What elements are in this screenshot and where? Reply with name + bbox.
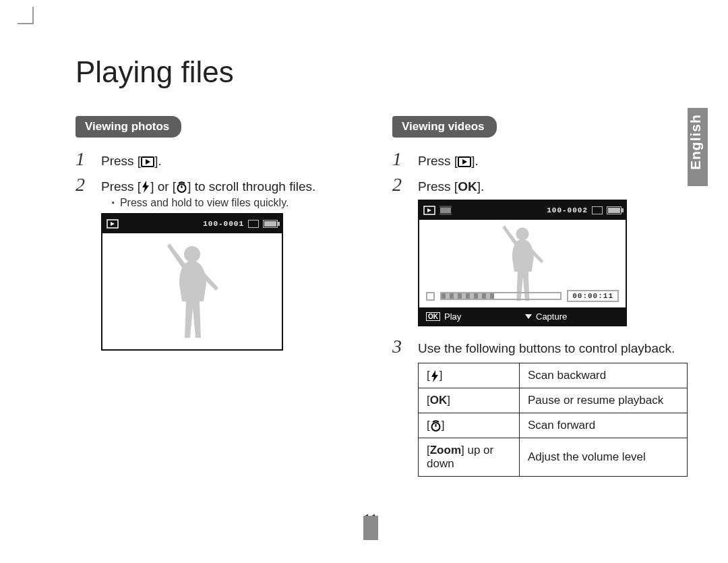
- svg-marker-11: [427, 208, 431, 212]
- step-1: 1 Press [].: [392, 148, 682, 170]
- svg-rect-14: [439, 213, 452, 215]
- svg-marker-6: [111, 222, 115, 226]
- ok-label: OK: [458, 179, 477, 194]
- ok-icon: OK: [426, 312, 440, 321]
- step-number: 1: [392, 148, 410, 170]
- stop-icon: [426, 292, 435, 301]
- timer-icon: [430, 420, 442, 432]
- card-icon: [248, 220, 259, 228]
- table-row: [Zoom] up or down Adjust the volume leve…: [419, 438, 688, 477]
- svg-marker-16: [431, 370, 438, 382]
- svg-marker-2: [142, 181, 149, 193]
- file-number: 100-0002: [547, 206, 588, 214]
- controls-table: [] Scan backward [OK] Pause or resume pl…: [418, 363, 688, 477]
- control-description: Adjust the volume level: [520, 438, 688, 477]
- battery-icon: [263, 220, 278, 228]
- section-heading: Viewing photos: [75, 116, 181, 138]
- movie-icon: [439, 206, 452, 215]
- control-description: Scan forward: [520, 413, 688, 438]
- playback-icon: [423, 206, 435, 215]
- crop-mark: [18, 23, 34, 24]
- table-row: [] Scan forward: [419, 413, 688, 438]
- file-number: 100-0001: [203, 220, 244, 228]
- lcd-photo-preview: 100-0001: [101, 213, 283, 351]
- section-viewing-videos: Viewing videos 1 Press []. 2 Press [OK].: [392, 116, 682, 477]
- control-description: Pause or resume playback: [520, 388, 688, 413]
- step-number: 1: [75, 148, 93, 170]
- elapsed-time: 00:00:11: [567, 290, 619, 302]
- step-number: 3: [392, 336, 410, 357]
- lcd-video-preview: 100-0002: [418, 200, 627, 326]
- zoom-label: Zoom: [430, 444, 461, 456]
- flash-icon: [141, 181, 150, 193]
- page-title: Playing files: [75, 55, 708, 89]
- control-description: Scan backward: [520, 363, 688, 388]
- svg-marker-9: [462, 159, 467, 165]
- playback-icon: [141, 156, 154, 167]
- section-heading: Viewing videos: [392, 116, 497, 138]
- svg-rect-13: [439, 206, 452, 208]
- card-icon: [592, 206, 603, 214]
- table-row: [OK] Pause or resume playback: [419, 388, 688, 413]
- playback-icon: [458, 156, 471, 167]
- svg-marker-1: [146, 159, 150, 165]
- timer-icon: [176, 181, 187, 193]
- step-3: 3 Use the following buttons to control p…: [392, 336, 682, 357]
- person-silhouette: [155, 241, 229, 342]
- footer-play-label: Play: [444, 312, 461, 322]
- svg-point-7: [184, 246, 200, 262]
- playback-icon: [107, 219, 119, 229]
- table-row: [] Scan backward: [419, 363, 688, 388]
- battery-icon: [607, 206, 621, 214]
- step-2: 2 Press [] or [] to scroll through files…: [75, 174, 365, 196]
- footer-capture-label: Capture: [536, 312, 567, 322]
- bottom-tab-mark: [363, 516, 378, 540]
- svg-point-15: [516, 227, 528, 240]
- step-1: 1 Press [].: [75, 148, 365, 170]
- step-number: 2: [392, 174, 410, 196]
- progress-bar: [440, 292, 562, 300]
- sub-note: Press and hold to view files quickly.: [112, 197, 365, 209]
- ok-label: OK: [430, 394, 448, 407]
- down-icon: [525, 314, 532, 319]
- step-number: 2: [75, 174, 93, 196]
- section-viewing-photos: Viewing photos 1 Press []. 2 Press [] or…: [75, 116, 365, 477]
- step-2: 2 Press [OK].: [392, 174, 682, 196]
- flash-icon: [430, 370, 439, 382]
